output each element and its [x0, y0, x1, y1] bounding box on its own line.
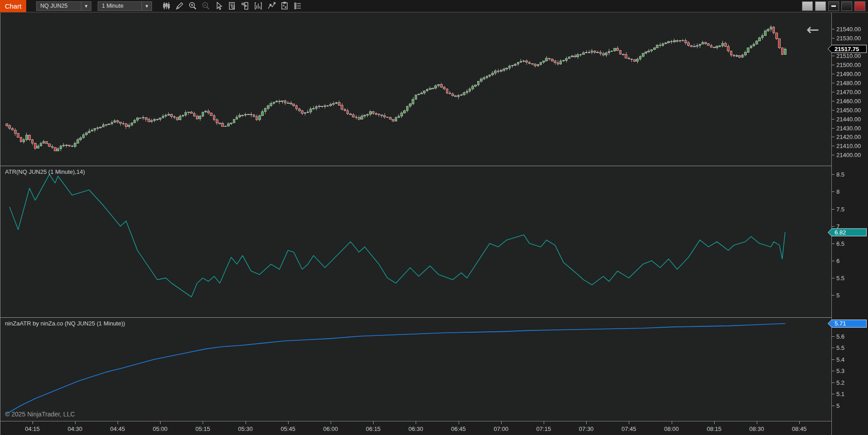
- y-axis-tick: [832, 348, 835, 348]
- cursor-icon: [214, 1, 223, 10]
- chevron-down-icon: ▼: [81, 2, 91, 10]
- price-panel[interactable]: ←: [0, 13, 832, 166]
- y-axis-label: 7.5: [836, 206, 844, 212]
- time-axis-tick: [203, 421, 203, 424]
- price-axis-column[interactable]: 21517.75 6.82 5.71 21540.0021530.0021510…: [831, 13, 868, 435]
- y-axis-label: 21480.00: [836, 80, 861, 86]
- data-box-button[interactable]: [227, 0, 237, 11]
- time-axis-tick: [33, 421, 33, 424]
- time-axis-tick: [586, 421, 587, 424]
- y-axis-label: 5.1: [836, 391, 844, 397]
- instrument-link-button[interactable]: [802, 1, 813, 11]
- drawing-tools-button[interactable]: [174, 0, 185, 11]
- y-axis-tick: [832, 155, 835, 155]
- window-controls: [802, 1, 865, 11]
- time-axis-label: 06:45: [451, 425, 466, 432]
- chart-style-button[interactable]: [161, 0, 172, 11]
- y-axis-label: 5.5: [836, 275, 844, 282]
- time-axis-label: 08:15: [707, 425, 721, 432]
- ninza-line-chart[interactable]: [0, 318, 832, 421]
- y-axis-tick: [832, 146, 835, 146]
- atr-line-chart[interactable]: [0, 166, 832, 317]
- y-axis-tick: [832, 38, 835, 38]
- plots: ← ATR(NQ JUN25 (1 Minute),14) ninZaATR b…: [0, 13, 831, 435]
- y-axis-tick: [832, 191, 835, 192]
- time-axis-label: 04:30: [67, 425, 82, 432]
- instrument-select-value: NQ JUN25: [37, 3, 81, 9]
- time-axis-label: 06:15: [366, 425, 381, 432]
- y-axis-label: 21410.00: [836, 143, 861, 149]
- maximize-button[interactable]: [841, 1, 852, 11]
- toolbar-icons: [161, 0, 303, 11]
- time-axis-label: 07:45: [621, 425, 636, 432]
- time-axis-label: 08:45: [792, 425, 807, 432]
- time-axis-tick: [246, 421, 246, 424]
- ninza-panel-title: ninZaATR by ninZa.co (NQ JUN25 (1 Minute…: [5, 320, 125, 327]
- time-axis-tick: [373, 421, 374, 424]
- y-axis-tick: [832, 101, 835, 101]
- minimize-button[interactable]: [828, 1, 839, 11]
- chart-tab[interactable]: Chart: [0, 0, 26, 12]
- y-axis-label: 5.6: [836, 333, 844, 339]
- time-axis-tick: [331, 421, 331, 424]
- y-axis-label: 21470.00: [836, 89, 861, 96]
- y-axis-tick: [832, 128, 835, 129]
- y-axis-tick: [832, 382, 835, 383]
- properties-button[interactable]: [292, 0, 303, 11]
- instrument-select[interactable]: NQ JUN25 ▼: [36, 1, 91, 11]
- y-axis-label: 21490.00: [836, 71, 861, 77]
- chart-style-icon: [162, 1, 171, 10]
- y-axis-tick: [832, 29, 835, 29]
- y-axis-tick: [832, 92, 835, 92]
- minimize-icon: [831, 5, 836, 7]
- y-axis-label: 8.5: [836, 171, 844, 178]
- close-button[interactable]: [854, 1, 865, 11]
- zoom-out-icon: [201, 1, 210, 10]
- copyright-text: © 2025 NinjaTrader, LLC: [5, 411, 75, 418]
- y-axis-label: 5.4: [836, 356, 844, 363]
- script-editor-button[interactable]: [279, 0, 290, 11]
- chart-trader-icon: [241, 1, 250, 10]
- cursor-button[interactable]: [213, 0, 224, 11]
- time-axis-tick: [416, 421, 416, 424]
- atr-panel-title: ATR(NQ JUN25 (1 Minute),14): [5, 168, 85, 175]
- time-axis[interactable]: 04:1504:3004:4505:0005:1505:3005:4506:00…: [0, 421, 832, 435]
- y-axis-tick: [832, 261, 835, 261]
- zoom-in-icon: [188, 1, 197, 10]
- y-axis-tick: [832, 209, 835, 210]
- y-axis-label: 5.5: [836, 344, 844, 351]
- atr-panel[interactable]: ATR(NQ JUN25 (1 Minute),14): [0, 166, 832, 317]
- interval-select-value: 1 Minute: [98, 3, 142, 9]
- y-axis-tick: [832, 74, 835, 74]
- chart-trader-button[interactable]: [240, 0, 251, 11]
- ninjatrader-chart-window: Chart NQ JUN25 ▼ 1 Minute ▼: [0, 0, 868, 435]
- time-axis-tick: [459, 421, 459, 424]
- time-axis-tick: [672, 421, 672, 424]
- y-axis-label: 21460.00: [836, 97, 861, 104]
- time-axis-label: 05:30: [238, 425, 253, 432]
- strategies-button[interactable]: [266, 0, 277, 11]
- y-axis-tick: [832, 336, 835, 337]
- candlestick-chart[interactable]: [0, 13, 832, 166]
- y-axis-label: 21400.00: [836, 152, 861, 158]
- interval-select[interactable]: 1 Minute ▼: [98, 1, 152, 11]
- y-axis-tick: [832, 110, 835, 110]
- y-axis-tick: [832, 278, 835, 278]
- time-axis-tick: [629, 421, 629, 424]
- properties-list-icon: [293, 1, 302, 10]
- y-axis-label: 5: [836, 292, 840, 299]
- ninza-atr-panel[interactable]: ninZaATR by ninZa.co (NQ JUN25 (1 Minute…: [0, 318, 832, 421]
- y-axis-tick: [832, 119, 835, 120]
- interval-link-button[interactable]: [815, 1, 826, 11]
- y-axis-label: 21450.00: [836, 106, 861, 113]
- y-axis-tick: [832, 371, 835, 371]
- line-points-icon: [267, 1, 276, 10]
- time-axis-tick: [501, 421, 502, 424]
- y-axis-tick: [832, 137, 835, 137]
- indicators-button[interactable]: [253, 0, 264, 11]
- jump-to-last-bar-arrow-icon[interactable]: ←: [806, 23, 820, 36]
- zoom-in-button[interactable]: [187, 0, 198, 11]
- y-axis-label: 21420.00: [836, 134, 861, 140]
- zoom-out-button[interactable]: [200, 0, 211, 11]
- time-axis-label: 05:45: [280, 425, 295, 432]
